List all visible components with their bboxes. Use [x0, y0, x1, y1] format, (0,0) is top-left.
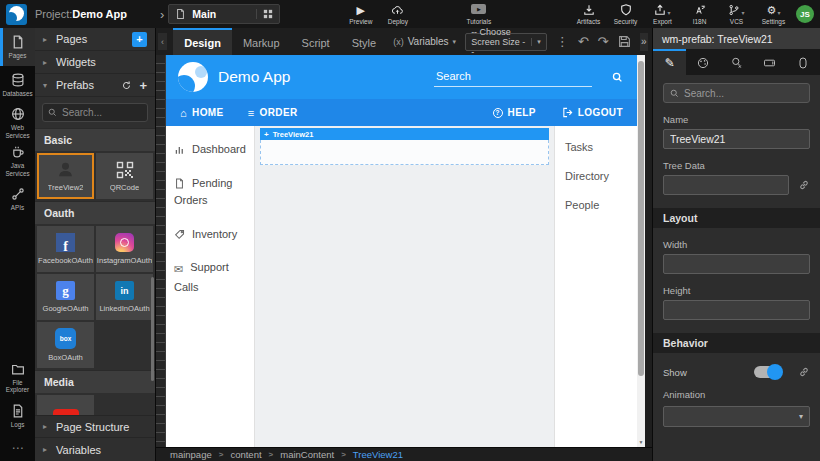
settings-button[interactable]: ⚙▾ Settings [755, 4, 792, 25]
search-icon[interactable] [612, 72, 623, 83]
preview-button[interactable]: ▶ Preview [342, 4, 379, 25]
add-prefab-icon[interactable]: + [139, 78, 147, 93]
section-page-structure[interactable]: ▸ Page Structure [35, 415, 155, 438]
scroll-down-icon[interactable]: ▼ [637, 439, 645, 445]
nav-file-explorer[interactable]: File Explorer [0, 359, 35, 397]
collapse-left-panel-button[interactable]: ‹ [158, 33, 167, 50]
bind-link-icon[interactable] [798, 179, 810, 191]
menu-item-dashboard[interactable]: Dashboard [174, 141, 246, 159]
refresh-icon[interactable] [121, 80, 132, 91]
prefab-qrcode[interactable]: QRCode [96, 153, 153, 199]
left-panel-scrollbar[interactable] [151, 277, 154, 380]
bind-link-icon[interactable] [798, 366, 810, 378]
user-avatar[interactable]: JS [796, 5, 814, 23]
nav-databases[interactable]: Databases [0, 66, 35, 104]
prefab-box-oauth[interactable]: box BoxOAuth [37, 322, 94, 368]
prefab-linkedin-oauth[interactable]: in LinkedInOAuth [96, 274, 153, 320]
tab-properties[interactable]: ✎ [653, 49, 686, 75]
export-button[interactable]: ▾ Export [644, 4, 681, 25]
artifacts-button[interactable]: Artifacts [570, 4, 607, 25]
menu-item-directory[interactable]: Directory [565, 170, 627, 182]
treeview-widget[interactable]: + TreeView21 [260, 128, 549, 165]
tab-events[interactable] [720, 49, 753, 75]
prefab-google-oauth[interactable]: g GoogleOAuth [37, 274, 94, 320]
breadcrumb-maincontent[interactable]: mainContent [280, 449, 334, 460]
prefab-facebook-oauth[interactable]: f FacebookOAuth [37, 226, 94, 272]
show-toggle[interactable] [754, 366, 781, 378]
menu-item-people[interactable]: People [565, 199, 627, 211]
i18n-button[interactable]: I18N [681, 4, 718, 25]
menu-item-pending-orders[interactable]: Pending Orders [174, 175, 246, 210]
grid-icon[interactable] [256, 9, 273, 19]
nav-logout-link[interactable]: LOGOUT [562, 107, 623, 118]
tab-styles[interactable] [686, 49, 719, 75]
tab-markup[interactable]: Markup [232, 28, 291, 55]
tutorials-button[interactable]: ▶ Tutorials [460, 4, 497, 25]
section-pages[interactable]: ▸ Pages + [35, 28, 155, 51]
device-icon [763, 57, 776, 69]
breadcrumb-separator: > [341, 450, 346, 459]
project-name: Demo App [72, 8, 127, 20]
app-search-input[interactable]: Search [434, 68, 592, 87]
app-header[interactable]: Demo App Search [166, 55, 637, 99]
menu-item-tasks[interactable]: Tasks [565, 141, 627, 153]
chevron-right-icon: › [160, 7, 164, 22]
undo-icon[interactable]: ↶ [578, 35, 589, 48]
animation-select[interactable]: ▾ [663, 406, 810, 427]
prefab-treeview2[interactable]: TreeView2 [37, 153, 94, 199]
height-input[interactable] [663, 300, 810, 320]
nav-web-services[interactable]: Web Services [0, 104, 35, 142]
prefab-search-input[interactable] [62, 107, 142, 118]
bar-chart-icon [174, 144, 185, 155]
tab-design[interactable]: Design [173, 28, 232, 55]
nav-order-link[interactable]: ≡ORDER [248, 107, 298, 119]
tab-security[interactable] [787, 49, 820, 75]
redo-icon[interactable]: ↷ [598, 35, 609, 48]
properties-search-input[interactable] [684, 88, 803, 99]
screen-size-select[interactable]: -- Choose Screen Size -- ▾ [465, 33, 547, 51]
scrollbar-thumb[interactable] [638, 61, 644, 376]
canvas-scrollbar[interactable]: ▼ [637, 55, 645, 447]
tab-script[interactable]: Script [291, 28, 341, 55]
more-icon[interactable]: ⋯ [0, 435, 35, 461]
nav-java-services[interactable]: Java Services [0, 142, 35, 180]
properties-search[interactable] [663, 83, 810, 103]
prefab-instagram-oauth[interactable]: InstagramOAuth [96, 226, 153, 272]
breadcrumb-content[interactable]: content [230, 449, 261, 460]
nav-home-link[interactable]: ⌂HOME [180, 107, 224, 119]
variables-dropdown[interactable]: (x) Variables ▾ [393, 36, 456, 47]
treeview-widget-body[interactable] [260, 140, 549, 165]
width-input[interactable] [663, 254, 810, 274]
deploy-button[interactable]: Deploy [379, 4, 416, 25]
nav-apis[interactable]: APIs [0, 180, 35, 218]
properties-panel-title: wm-prefab: TreeView21 [653, 28, 820, 49]
menu-item-support-calls[interactable]: ✉Support Calls [174, 259, 246, 296]
menu-item-inventory[interactable]: Inventory [174, 226, 246, 244]
name-input[interactable] [663, 129, 810, 149]
project-cluster: Project:Demo App [6, 4, 156, 25]
security-button[interactable]: Security [607, 4, 644, 25]
tab-style[interactable]: Style [341, 28, 387, 55]
prefab-search[interactable] [42, 103, 148, 122]
vcs-button[interactable]: ▾ VCS [718, 4, 755, 25]
design-canvas[interactable]: Demo App Search ⌂HOME ≡ORDER ?HELP LOGOU… [166, 55, 637, 447]
nav-logs[interactable]: Logs [0, 397, 35, 435]
kebab-menu-icon[interactable]: ⋮ [556, 35, 569, 48]
page-selector[interactable]: Main [168, 4, 280, 24]
save-icon[interactable] [618, 35, 631, 48]
tab-device[interactable] [753, 49, 786, 75]
nav-pages[interactable]: Pages [0, 28, 35, 66]
add-page-button[interactable]: + [132, 32, 147, 47]
prefab-media-tile[interactable]: ▶ [37, 395, 94, 415]
section-prefabs[interactable]: ▾ Prefabs + [35, 74, 155, 97]
expand-right-panel-button[interactable]: » [640, 33, 649, 51]
tree-data-input[interactable] [663, 175, 789, 195]
breadcrumb-treeview21[interactable]: TreeView21 [353, 449, 403, 460]
nav-help-link[interactable]: ?HELP [493, 107, 536, 118]
section-variables[interactable]: ▸ Variables [35, 438, 155, 461]
section-widgets[interactable]: ▸ Widgets [35, 51, 155, 74]
treeview-widget-header[interactable]: + TreeView21 [260, 128, 549, 140]
breadcrumb-mainpage[interactable]: mainpage [170, 449, 212, 460]
app-main-content[interactable]: + TreeView21 [254, 126, 555, 447]
help-icon: ? [493, 108, 503, 118]
